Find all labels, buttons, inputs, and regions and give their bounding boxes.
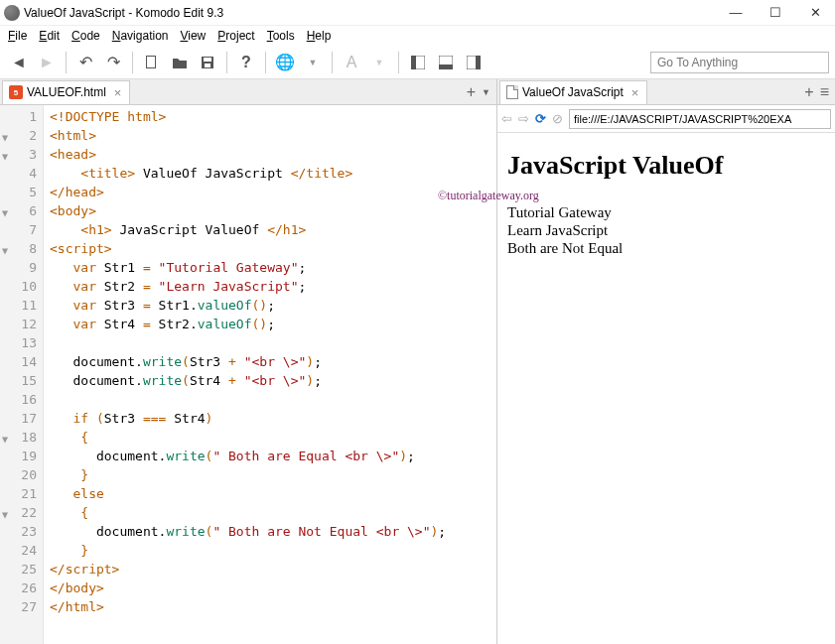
goto-anything-input[interactable] (650, 52, 829, 73)
code-line[interactable]: { (50, 503, 496, 522)
code-line[interactable]: document.write(" Both are Equal <br \>")… (50, 447, 496, 465)
code-line[interactable]: </body> (50, 579, 496, 597)
globe-icon[interactable]: 🌐 (272, 50, 298, 75)
svg-rect-10 (476, 56, 481, 69)
close-tab-icon[interactable]: × (631, 85, 639, 100)
browser-toolbar: ⇦ ⇨ ⟳ ⊘ (497, 105, 835, 133)
back-icon[interactable]: ◄ (6, 50, 32, 75)
browser-stop-icon[interactable]: ⊘ (552, 111, 563, 126)
code-line[interactable]: var Str3 = Str1.valueOf(); (50, 296, 496, 315)
code-line[interactable]: if (Str3 === Str4) (50, 409, 496, 428)
code-line[interactable]: document.write(" Both are Not Equal <br … (50, 522, 496, 541)
separator (398, 52, 399, 73)
minimize-button[interactable]: — (716, 0, 756, 26)
help-icon[interactable]: ? (233, 50, 259, 75)
code-line[interactable]: document.write(Str4 + "<br \>"); (50, 371, 496, 390)
save-icon[interactable] (195, 50, 220, 75)
window-title: ValueOf JavaScript - Komodo Edit 9.3 (24, 6, 716, 20)
main: 5 VALUEOF.html × + ▼ 12▼3▼456▼78▼9101112… (0, 79, 835, 644)
separator (66, 52, 67, 73)
gutter: 12▼3▼456▼78▼9101112131415161718▼19202122… (0, 105, 44, 644)
code-line[interactable]: </html> (50, 597, 496, 616)
toolbar: ◄ ► ↶ ↷ ? 🌐 ▼ A ▼ (0, 46, 835, 79)
new-file-icon[interactable] (139, 50, 165, 75)
browser-body: JavaScript ValueOf ©tutorialgateway.org … (497, 133, 835, 644)
add-tab-icon[interactable]: + (467, 83, 476, 101)
code-line[interactable]: else (50, 484, 496, 503)
code-line[interactable] (50, 390, 496, 409)
panel-bottom-icon[interactable] (433, 50, 459, 75)
line-number: 19 (0, 447, 43, 465)
menubar: File Edit Code Navigation View Project T… (0, 26, 835, 46)
code-line[interactable]: <title> ValueOf JavaScript </title> (50, 164, 496, 183)
line-number: 5 (0, 183, 43, 201)
browser-back-icon[interactable]: ⇦ (501, 111, 512, 126)
menu-view[interactable]: View (176, 27, 209, 45)
code-line[interactable]: } (50, 465, 496, 484)
browser-refresh-icon[interactable]: ⟳ (535, 111, 546, 126)
code-area[interactable]: <!DOCTYPE html><html><head> <title> Valu… (44, 105, 496, 644)
code-line[interactable] (50, 333, 496, 352)
code-line[interactable]: { (50, 428, 496, 447)
app-icon (4, 5, 20, 21)
output-line: Tutorial Gateway (507, 204, 825, 221)
browser-url-input[interactable] (569, 109, 831, 129)
dropdown-icon[interactable]: ▼ (366, 50, 392, 75)
code-line[interactable]: <head> (50, 145, 496, 164)
code-line[interactable]: var Str2 = "Learn JavaScript"; (50, 277, 496, 296)
open-folder-icon[interactable] (167, 50, 193, 75)
undo-icon[interactable]: ↶ (72, 50, 98, 75)
code-line[interactable]: var Str4 = Str2.valueOf(); (50, 315, 496, 333)
line-number: 11 (0, 296, 43, 315)
line-number: 22▼ (0, 503, 43, 522)
line-number: 7 (0, 220, 43, 239)
redo-icon[interactable]: ↷ (100, 50, 126, 75)
panel-left-icon[interactable] (405, 50, 431, 75)
editor-tab[interactable]: 5 VALUEOF.html × (2, 80, 130, 104)
line-number: 3▼ (0, 145, 43, 164)
text-icon[interactable]: A (339, 50, 364, 75)
line-number: 14 (0, 352, 43, 371)
tab-menu-icon[interactable]: ▼ (482, 87, 490, 97)
separator (332, 52, 333, 73)
line-number: 27 (0, 597, 43, 616)
code-line[interactable]: <!DOCTYPE html> (50, 107, 496, 126)
page-icon (506, 85, 518, 99)
code-line[interactable]: } (50, 541, 496, 560)
add-tab-icon[interactable]: + (804, 83, 813, 101)
output-line: Both are Not Equal (507, 240, 825, 257)
code-line[interactable]: </script> (50, 560, 496, 579)
code-line[interactable]: </head> (50, 183, 496, 201)
panel-right-icon[interactable] (461, 50, 487, 75)
line-number: 12 (0, 315, 43, 333)
editor-tab-label: VALUEOF.html (27, 85, 106, 99)
svg-rect-6 (411, 56, 416, 69)
code-line[interactable]: var Str1 = "Tutorial Gateway"; (50, 258, 496, 277)
close-button[interactable]: ✕ (795, 0, 835, 26)
browser-tab-label: ValueOf JavaScript (522, 85, 624, 99)
code-line[interactable]: <script> (50, 239, 496, 258)
maximize-button[interactable]: ☐ (756, 0, 795, 26)
dropdown-icon[interactable]: ▼ (300, 50, 326, 75)
close-tab-icon[interactable]: × (114, 85, 122, 100)
editor-body[interactable]: 12▼3▼456▼78▼9101112131415161718▼19202122… (0, 105, 496, 644)
menu-help[interactable]: Help (303, 27, 336, 45)
line-number: 24 (0, 541, 43, 560)
code-line[interactable]: <h1> JavaScript ValueOf </h1> (50, 220, 496, 239)
menu-file[interactable]: File (4, 27, 31, 45)
forward-icon[interactable]: ► (34, 50, 60, 75)
code-line[interactable]: document.write(Str3 + "<br \>"); (50, 352, 496, 371)
line-number: 23 (0, 522, 43, 541)
menu-project[interactable]: Project (213, 27, 258, 45)
browser-tab[interactable]: ValueOf JavaScript × (499, 80, 647, 104)
menu-navigation[interactable]: Navigation (108, 27, 173, 45)
tab-menu-icon[interactable]: ≡ (820, 83, 829, 101)
menu-edit[interactable]: Edit (35, 27, 64, 45)
menu-code[interactable]: Code (68, 27, 104, 45)
code-line[interactable]: <html> (50, 126, 496, 145)
code-line[interactable]: <body> (50, 201, 496, 220)
menu-tools[interactable]: Tools (263, 27, 299, 45)
svg-rect-4 (205, 64, 210, 67)
line-number: 18▼ (0, 428, 43, 447)
browser-forward-icon[interactable]: ⇨ (518, 111, 529, 126)
